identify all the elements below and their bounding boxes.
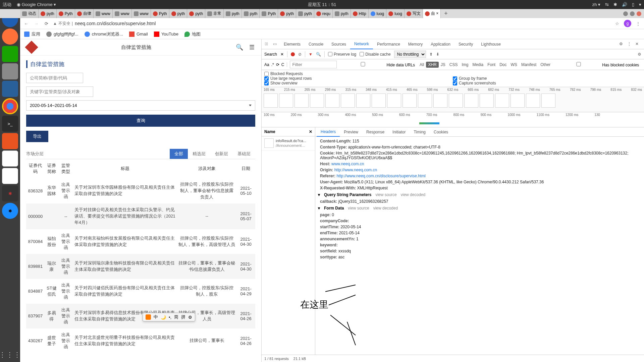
- screenshot-thumb[interactable]: [325, 94, 339, 108]
- dock-ubuntu-software[interactable]: [2, 133, 18, 149]
- date-range-picker[interactable]: 2020-05-14~2021-05-14: [26, 100, 255, 111]
- screenshot-thumb[interactable]: [264, 94, 278, 108]
- filter-type-pill[interactable]: Media: [471, 62, 486, 68]
- filter-type-pill[interactable]: JS: [439, 62, 447, 68]
- screenshot-thumb[interactable]: [541, 94, 555, 108]
- bookmark-1[interactable]: gfgfgjfffjffgf...: [46, 32, 78, 37]
- dock-terminal[interactable]: >_: [2, 116, 18, 132]
- screenshots-timeline[interactable]: 165 ms215 ms265 ms298 ms315 ms348 ms415 …: [262, 87, 644, 112]
- show-overview[interactable]: Show overview: [264, 81, 453, 85]
- table-row[interactable]: 834887ST健佰氏出具警示函关于对四川健佰氏医药股份有限公司及相关责任主体采…: [26, 279, 255, 304]
- site-logo[interactable]: [25, 41, 38, 54]
- export-button[interactable]: 导出: [26, 131, 48, 142]
- company-input[interactable]: [26, 73, 83, 83]
- table-header[interactable]: 证券代码: [26, 159, 45, 178]
- screenshot-thumb[interactable]: [356, 94, 370, 108]
- volume-icon[interactable]: 🔊: [622, 2, 627, 7]
- dock-ebook[interactable]: [2, 150, 18, 167]
- screenshot-thumb[interactable]: [433, 94, 447, 108]
- table-header[interactable]: 涉及对象: [177, 159, 236, 178]
- filter-type-pill[interactable]: WS: [509, 62, 519, 68]
- browser-tab[interactable]: pyth: [242, 9, 260, 18]
- browser-tab[interactable]: 自 ×: [423, 9, 441, 18]
- refresh-search-icon[interactable]: ⟳: [276, 62, 279, 67]
- waterfall-overview[interactable]: 100 ms200 ms300 ms400 ms500 ms600 ms700 …: [262, 112, 644, 127]
- browser-tab[interactable]: Pyth: [57, 9, 75, 18]
- filter-type-pill[interactable]: Img: [460, 62, 470, 68]
- browser-tab[interactable]: 动态: [20, 9, 39, 18]
- drawer-settings-icon[interactable]: ⚙: [638, 52, 641, 57]
- filter-type-pill[interactable]: Other: [538, 62, 552, 68]
- device-toggle-icon[interactable]: ▭: [273, 42, 278, 47]
- bookmark-gmail[interactable]: Gmail: [129, 32, 148, 37]
- screenshot-thumb[interactable]: [341, 94, 355, 108]
- tier-base[interactable]: 基础层: [233, 149, 255, 159]
- disable-cache-checkbox[interactable]: Disable cache: [360, 52, 390, 57]
- more-icon[interactable]: ⋮: [627, 42, 633, 47]
- devtools-tab[interactable]: Lighthouse: [477, 39, 505, 49]
- browser-tab[interactable]: pyth: [224, 9, 242, 18]
- devtools-tab[interactable]: Console: [305, 39, 327, 49]
- detail-tab[interactable]: Initiator: [388, 127, 410, 137]
- browser-tab[interactable]: 自律: [75, 9, 94, 18]
- detail-tab[interactable]: Preview: [340, 127, 362, 137]
- filter-icon[interactable]: ▼: [309, 52, 313, 57]
- tier-select[interactable]: 精选层: [188, 149, 210, 159]
- filter-type-pill[interactable]: Doc: [497, 62, 508, 68]
- screenshot-thumb[interactable]: [449, 94, 463, 108]
- devtools-tab[interactable]: Performance: [373, 39, 404, 49]
- detail-tab[interactable]: Timing: [410, 127, 430, 137]
- browser-tab[interactable]: pyth: [278, 9, 296, 18]
- filter-type-pill[interactable]: Font: [485, 62, 497, 68]
- dock-chrome[interactable]: [2, 98, 18, 114]
- table-header[interactable]: 标题: [73, 159, 177, 178]
- reload-button[interactable]: ⟳: [43, 20, 50, 27]
- screenshot-thumb[interactable]: [418, 94, 432, 108]
- detail-tab[interactable]: Cookies: [430, 127, 452, 137]
- browser-tab[interactable]: www: [113, 9, 132, 18]
- browser-tab[interactable]: pyth: [333, 9, 351, 18]
- capture-screenshots[interactable]: Capture screenshots: [453, 81, 641, 85]
- browser-tab[interactable]: luog: [386, 9, 405, 18]
- table-row[interactable]: 870084福怡股份出具警示函关于对南京福怡科技发展股份有限公司及相关责任主体采…: [26, 229, 255, 254]
- devtools-tab[interactable]: Memory: [404, 39, 427, 49]
- clear-button[interactable]: ⊘: [298, 52, 302, 57]
- devtools-tab[interactable]: Elements: [280, 39, 305, 49]
- download-har-icon[interactable]: ⬇: [436, 52, 439, 57]
- tier-all[interactable]: 全部: [170, 149, 188, 159]
- screenshot-thumb[interactable]: [464, 94, 478, 108]
- request-row[interactable]: infoResult.do?ca.../Announcement…: [262, 136, 315, 150]
- browser-tab[interactable]: requ: [314, 9, 333, 18]
- preserve-log-checkbox[interactable]: Preserve log: [328, 52, 356, 57]
- record-button[interactable]: [291, 52, 295, 56]
- dock-firefox[interactable]: [2, 28, 18, 45]
- query-button[interactable]: 查询: [26, 115, 255, 127]
- kebab-menu-icon[interactable]: ⋮: [635, 20, 641, 27]
- search-icon-toolbar[interactable]: 🔍: [316, 52, 321, 57]
- power-menu-icon[interactable]: ▾: [639, 2, 641, 7]
- bookmark-youtube[interactable]: YouTube: [154, 32, 178, 37]
- match-case-icon[interactable]: Aa: [264, 62, 269, 67]
- devtools-tab[interactable]: Network: [350, 39, 373, 49]
- table-row[interactable]: 837907多易得出具警示函关于对深圳市多易得信息技术股份有限公司及相关责任主体…: [26, 304, 255, 328]
- group-frame[interactable]: Group by frame: [453, 76, 641, 81]
- browser-tab[interactable]: pyth: [39, 9, 57, 18]
- close-devtools-icon[interactable]: ✕: [635, 42, 641, 47]
- detail-tab[interactable]: Response: [362, 127, 388, 137]
- dock-apps-grid[interactable]: ⋮⋮⋮: [0, 351, 21, 359]
- screenshot-thumb[interactable]: [279, 94, 293, 108]
- wifi-icon[interactable]: ⇆: [605, 2, 609, 7]
- dock-files[interactable]: [2, 63, 18, 79]
- hide-data-urls[interactable]: Hide data URLs: [339, 62, 415, 67]
- address-field[interactable]: ▲ 不安全 | neeq.com.cn/disclosure/supervise…: [53, 21, 610, 26]
- dock-writer[interactable]: [2, 81, 18, 97]
- window-close[interactable]: [637, 11, 641, 16]
- filter-type-pill[interactable]: All: [418, 62, 426, 68]
- browser-tab[interactable]: pyth: [169, 9, 187, 18]
- blocked-cookies[interactable]: Has blocked cookies: [555, 62, 639, 67]
- filter-type-pill[interactable]: CSS: [447, 62, 460, 68]
- browser-tab[interactable]: pyth: [296, 9, 314, 18]
- browser-tab[interactable]: 写文: [405, 9, 423, 18]
- browser-tab[interactable]: pyth: [187, 9, 205, 18]
- close-search-icon[interactable]: ✕: [280, 52, 284, 57]
